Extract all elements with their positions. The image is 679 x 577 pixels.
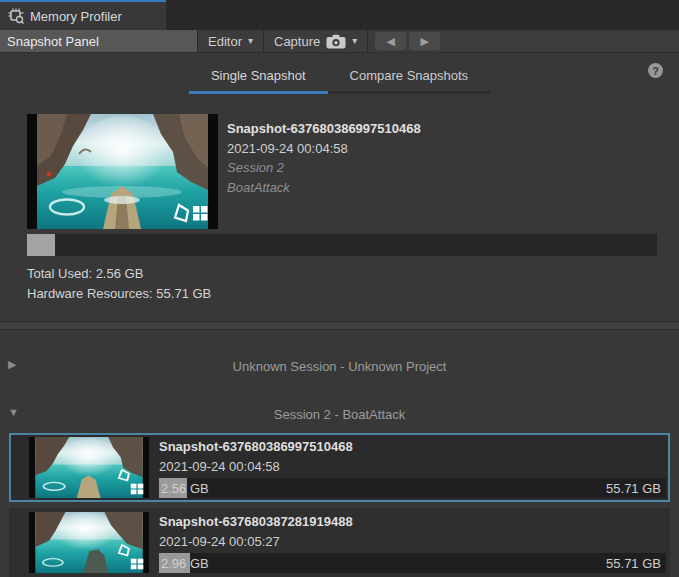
chevron-down-icon: ▾: [352, 36, 357, 46]
snapshot-project: BoatAttack: [227, 178, 421, 198]
memory-usage-bar: [27, 234, 657, 256]
session-label: Session 2 - BoatAttack: [274, 407, 406, 422]
total-memory-label: 55.71 GB: [606, 556, 666, 571]
memory-profiler-icon: [8, 8, 24, 24]
snapshot-thumbnail: [29, 512, 149, 573]
snapshot-list: ▶ Unknown Session - Unknown Project ▼ Se…: [0, 357, 679, 577]
snapshot-date: 2021-09-24 00:04:58: [227, 139, 421, 159]
camera-icon: [326, 34, 346, 49]
help-icon[interactable]: ?: [648, 63, 663, 78]
snapshot-detail-panel: Snapshot-637680386997510468 2021-09-24 0…: [0, 94, 679, 304]
tab-memory-profiler[interactable]: Memory Profiler: [0, 0, 166, 30]
tab-single-snapshot[interactable]: Single Snapshot: [189, 60, 328, 94]
memory-usage-fill: [27, 234, 55, 256]
session-group-unknown[interactable]: ▶ Unknown Session - Unknown Project: [0, 357, 679, 375]
snapshot-thumbnail: [27, 114, 218, 229]
snapshot-session: Session 2: [227, 158, 421, 178]
snapshot-name: Snapshot-637680387281919488: [159, 512, 666, 532]
editor-dropdown[interactable]: Editor ▾: [198, 30, 263, 52]
snapshot-row-1[interactable]: Snapshot-637680386997510468 2021-09-24 0…: [9, 433, 670, 502]
foldout-expanded-icon[interactable]: ▼: [8, 407, 19, 418]
snapshot-date: 2021-09-24 00:05:27: [159, 532, 666, 551]
memory-usage-bar: 2.56 GB 55.71 GB: [159, 478, 666, 498]
used-memory-label: 2.96 GB: [159, 556, 209, 571]
memory-usage-bar: 2.96 GB 55.71 GB: [159, 553, 666, 573]
prev-snapshot-button[interactable]: ◀: [375, 32, 406, 50]
total-memory-label: 55.71 GB: [606, 481, 666, 496]
panel-title: Snapshot Panel: [0, 30, 197, 52]
next-snapshot-button[interactable]: ▶: [409, 32, 440, 50]
hardware-resources-label: Hardware Resources: 55.71 GB: [27, 284, 652, 304]
session-group-boatattack[interactable]: ▼ Session 2 - BoatAttack: [0, 405, 679, 423]
session-label: Unknown Session - Unknown Project: [233, 359, 447, 374]
tab-title: Memory Profiler: [30, 9, 122, 24]
used-memory-label: 2.56 GB: [159, 481, 209, 496]
pane-splitter[interactable]: [0, 321, 679, 330]
arrow-right-icon: ▶: [421, 35, 429, 48]
total-used-label: Total Used: 2.56 GB: [27, 264, 652, 284]
snapshot-date: 2021-09-24 00:04:58: [159, 457, 666, 476]
arrow-left-icon: ◀: [387, 35, 395, 48]
capture-button[interactable]: Capture ▾: [264, 30, 367, 52]
toolbar: Snapshot Panel Editor ▾ Capture ▾ ◀ ▶: [0, 30, 679, 53]
view-tab-bar: Single Snapshot Compare Snapshots ?: [0, 53, 679, 94]
tab-compare-snapshots[interactable]: Compare Snapshots: [328, 60, 491, 94]
snapshot-name: Snapshot-637680386997510468: [159, 437, 666, 457]
chevron-down-icon: ▾: [248, 36, 253, 46]
snapshot-row-2[interactable]: Snapshot-637680387281919488 2021-09-24 0…: [9, 508, 670, 577]
window-tab-strip: Memory Profiler: [0, 0, 679, 30]
foldout-collapsed-icon[interactable]: ▶: [8, 359, 16, 370]
snapshot-thumbnail: [29, 437, 149, 498]
snapshot-name: Snapshot-637680386997510468: [227, 119, 421, 139]
